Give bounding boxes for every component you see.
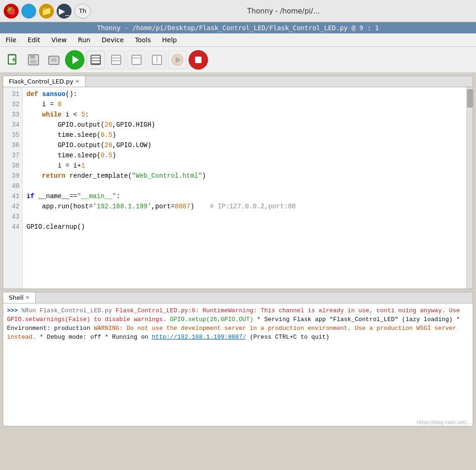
- browser-icon[interactable]: 🌐: [21, 4, 36, 19]
- editor-tab-close[interactable]: ✕: [75, 78, 79, 84]
- step-in-button[interactable]: [127, 51, 146, 69]
- shell-tab-close[interactable]: ✕: [26, 295, 30, 301]
- svg-rect-13: [111, 55, 121, 64]
- step-out-button[interactable]: [148, 51, 166, 69]
- title-bar: 🍓 🌐 📁 ▶_ Th Thonny - /home/pi/...: [0, 0, 476, 22]
- window-controls: 🍓 🌐 📁 ▶_ Th: [4, 4, 91, 19]
- shell-tab[interactable]: Shell ✕: [3, 292, 36, 303]
- svg-rect-9: [91, 55, 100, 64]
- step-over-button[interactable]: [107, 51, 125, 69]
- shell-container: Shell ✕ >>> %Run Flask_Control_LED.py Fl…: [3, 292, 473, 426]
- menu-run[interactable]: Run: [76, 35, 92, 45]
- menu-device[interactable]: Device: [100, 35, 126, 45]
- toolbar: +: [0, 47, 476, 73]
- menu-view[interactable]: View: [50, 35, 69, 45]
- save-button[interactable]: [24, 51, 43, 69]
- svg-marker-8: [72, 56, 79, 64]
- shell-command: %Run Flask_Control_LED.py: [21, 307, 112, 314]
- menu-edit[interactable]: Edit: [26, 35, 42, 45]
- menu-tools[interactable]: Tools: [133, 35, 153, 45]
- raspberry-icon[interactable]: 🍓: [4, 4, 19, 19]
- code-editor[interactable]: def sansuo(): i = 0 while i < 5: GPIO.ou…: [23, 87, 466, 289]
- menu-file[interactable]: File: [4, 35, 18, 45]
- svg-text:+: +: [11, 56, 17, 63]
- shell-tab-label: Shell: [9, 294, 24, 301]
- editor-tab-bar: Flask_Control_LED.py ✕: [3, 76, 473, 87]
- shell-tab-bar: Shell ✕: [3, 292, 473, 303]
- line-numbers: 3132333435 3637383940 41424344: [3, 87, 23, 289]
- file-path-title: Thonny - /home/pi/Desktop/Flask_Control_…: [0, 22, 476, 33]
- editor-scrollbar-thumb[interactable]: [467, 89, 473, 108]
- svg-rect-4: [30, 55, 35, 58]
- svg-rect-22: [195, 57, 202, 63]
- menu-help[interactable]: Help: [160, 35, 179, 45]
- svg-rect-7: [51, 58, 57, 62]
- new-file-button[interactable]: +: [4, 51, 22, 69]
- watermark: https://blog.csdn.net/...: [3, 419, 473, 426]
- editor-container: Flask_Control_LED.py ✕ 3132333435 363738…: [3, 76, 473, 289]
- menu-bar: File Edit View Run Device Tools Help: [0, 33, 476, 47]
- code-area: 3132333435 3637383940 41424344 def sansu…: [3, 87, 473, 289]
- svg-rect-16: [132, 55, 141, 64]
- editor-tab[interactable]: Flask_Control_LED.py ✕: [3, 76, 85, 87]
- run-button[interactable]: [65, 50, 85, 70]
- window-title-text: Thonny - /home/pi/...: [95, 7, 472, 15]
- debug-button[interactable]: [86, 51, 105, 69]
- resume-button[interactable]: [168, 51, 187, 69]
- folder-icon[interactable]: 📁: [39, 4, 54, 19]
- editor-scrollbar[interactable]: [466, 87, 473, 289]
- stop-button[interactable]: [189, 50, 208, 70]
- svg-rect-5: [30, 60, 37, 64]
- shell-prompt: >>>: [7, 307, 18, 314]
- load-button[interactable]: [45, 51, 63, 69]
- terminal-icon[interactable]: ▶_: [57, 4, 72, 19]
- editor-tab-label: Flask_Control_LED.py: [9, 78, 73, 85]
- shell-output[interactable]: >>> %Run Flask_Control_LED.py Flask_Cont…: [3, 303, 473, 419]
- thonny-icon[interactable]: Th: [74, 4, 91, 19]
